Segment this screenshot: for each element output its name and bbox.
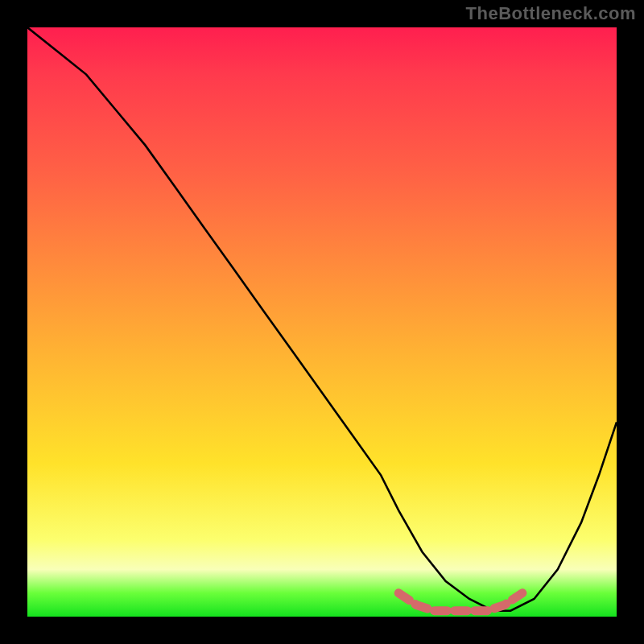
sweet-spot-band [398,593,522,611]
gradient-plot-area [27,27,617,617]
bottleneck-curve [27,27,617,611]
watermark-text: TheBottleneck.com [466,3,636,24]
chart-container: TheBottleneck.com [0,0,644,644]
curve-overlay [27,27,617,617]
